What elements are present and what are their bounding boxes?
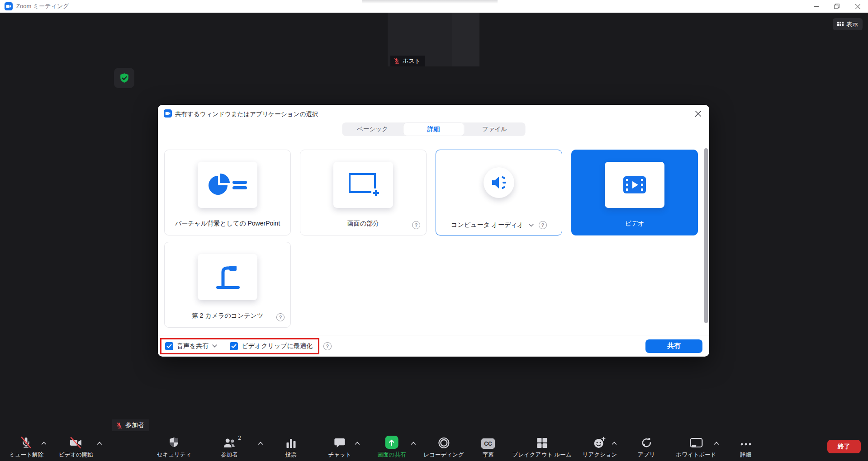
muted-camera-icon: [69, 437, 83, 449]
participants-icon: [223, 437, 236, 449]
more-button[interactable]: 詳細: [740, 436, 752, 459]
check-icon: [231, 344, 237, 348]
participants-count: 2: [238, 435, 241, 441]
share-button[interactable]: 共有: [645, 339, 702, 353]
security-label: セキュリティ: [157, 451, 192, 459]
meeting-toolbar: ミュート解除 ビデオの開始: [0, 432, 868, 461]
share-sound-checkbox[interactable]: [165, 342, 173, 350]
close-window-button[interactable]: [847, 0, 868, 13]
whiteboard-button[interactable]: ホワイトボード: [676, 436, 716, 459]
meeting-security-shield-button[interactable]: [114, 68, 134, 88]
optimize-video-label: ビデオクリップに最適化: [242, 342, 313, 350]
unmute-label: ミュート解除: [9, 451, 43, 459]
tile-label: コンピュータ オーディオ: [451, 221, 524, 229]
security-button[interactable]: セキュリティ: [157, 436, 192, 459]
record-label: レコーディング: [423, 451, 464, 459]
tile-video[interactable]: ビデオ: [571, 150, 698, 235]
dialog-close-button[interactable]: [692, 108, 704, 119]
captions-label: 字幕: [483, 451, 494, 459]
self-nameplate-label: 参加者: [125, 421, 144, 429]
speaker-icon: [490, 175, 508, 190]
participants-label: 参加者: [221, 451, 238, 459]
self-nameplate: 参加者: [112, 419, 149, 431]
tab-advanced[interactable]: 詳細: [403, 122, 464, 136]
reactions-label: リアクション: [583, 451, 617, 459]
polls-button[interactable]: 投票: [285, 436, 297, 459]
reactions-button[interactable]: リアクション: [583, 436, 617, 459]
apps-button[interactable]: アプリ: [638, 436, 655, 459]
host-video-content: [452, 13, 479, 66]
dialog-title: 共有するウィンドウまたはアプリケーションの選択: [175, 110, 318, 118]
icon-card: [198, 254, 257, 300]
breakout-grid-icon: [536, 437, 548, 449]
participants-button[interactable]: 2 参加者: [221, 436, 238, 459]
poll-bars-icon: [285, 437, 296, 449]
icon-card: [198, 162, 257, 208]
whiteboard-icon: [689, 437, 703, 449]
chat-button[interactable]: チャット: [328, 436, 351, 459]
captions-button[interactable]: CC 字幕: [481, 436, 495, 459]
share-screen-button[interactable]: 画面の共有: [378, 436, 406, 459]
title-bar: Zoom ミーティング: [0, 0, 868, 13]
tile-label: バーチャル背景としての PowerPoint: [165, 220, 290, 228]
chat-bubble-icon: [333, 437, 346, 449]
optimize-video-checkbox[interactable]: [230, 342, 238, 350]
apps-icon: [640, 437, 652, 449]
unmute-button[interactable]: ミュート解除: [9, 436, 43, 459]
help-icon[interactable]: ?: [539, 221, 547, 229]
chevron-down-icon[interactable]: [212, 344, 217, 348]
dialog-scrollbar[interactable]: [704, 148, 708, 323]
reactions-options-chevron[interactable]: [612, 442, 617, 445]
green-shield-check-icon: [119, 72, 130, 84]
chevron-down-icon[interactable]: [529, 224, 534, 227]
icon-card: [333, 162, 393, 208]
muted-mic-icon: [20, 437, 32, 449]
security-shield-icon: [168, 437, 180, 449]
window-title: Zoom ミーティング: [16, 2, 69, 10]
chat-label: チャット: [328, 451, 351, 459]
end-meeting-button[interactable]: 終了: [827, 440, 861, 453]
record-button[interactable]: レコーディング: [423, 436, 464, 459]
restore-button[interactable]: [826, 0, 847, 13]
view-button[interactable]: 表示: [833, 18, 863, 30]
captions-cc-icon: CC: [481, 438, 495, 449]
muted-mic-icon: [394, 58, 400, 64]
whiteboard-options-chevron[interactable]: [714, 442, 719, 445]
breakout-rooms-label: ブレイクアウト ルーム: [512, 451, 571, 459]
help-icon[interactable]: ?: [323, 342, 332, 350]
video-options-chevron[interactable]: [97, 442, 102, 445]
whiteboard-label: ホワイトボード: [676, 451, 716, 459]
icon-card: [484, 167, 514, 198]
document-camera-icon: [213, 264, 242, 290]
minimize-button[interactable]: [806, 0, 826, 13]
check-icon: [166, 344, 172, 348]
tile-powerpoint-virtual-background[interactable]: バーチャル背景としての PowerPoint: [164, 150, 291, 235]
host-nameplate: ホスト: [390, 56, 425, 66]
tab-basic[interactable]: ベーシック: [342, 122, 403, 136]
share-options-chevron[interactable]: [411, 442, 416, 445]
apps-label: アプリ: [638, 451, 655, 459]
gallery-grid-icon: [837, 22, 844, 27]
tile-second-camera[interactable]: 第 2 カメラのコンテンツ ?: [164, 242, 291, 328]
chat-options-chevron[interactable]: [355, 442, 360, 445]
share-selection-dialog: 共有するウィンドウまたはアプリケーションの選択 ベーシック 詳細 ファイル バー…: [158, 105, 709, 357]
tile-computer-audio[interactable]: コンピュータ オーディオ ?: [436, 150, 562, 235]
audio-options-chevron[interactable]: [42, 442, 47, 445]
tile-label: ビデオ: [572, 220, 697, 228]
share-tabbar: ベーシック 詳細 ファイル: [342, 122, 525, 136]
help-icon[interactable]: ?: [276, 313, 285, 321]
start-video-button[interactable]: ビデオの開始: [59, 436, 93, 459]
dialog-footer: 音声を共有 ビデオクリップに最適化 ? 共有: [158, 335, 709, 357]
view-button-label: 表示: [846, 20, 858, 28]
tile-label: 第 2 カメラのコンテンツ: [165, 312, 290, 320]
screen-portion-icon: [346, 172, 380, 198]
red-highlight-box: 音声を共有 ビデオクリップに最適化: [160, 338, 319, 354]
tile-screen-portion[interactable]: 画面の部分 ?: [300, 150, 427, 235]
record-circle-icon: [438, 437, 450, 449]
breakout-rooms-button[interactable]: ブレイクアウト ルーム: [512, 436, 571, 459]
tab-files[interactable]: ファイル: [464, 122, 525, 136]
help-icon[interactable]: ?: [412, 221, 420, 229]
participants-options-chevron[interactable]: [258, 442, 263, 445]
close-icon: [695, 111, 701, 117]
share-dialog-icon: [164, 109, 172, 118]
